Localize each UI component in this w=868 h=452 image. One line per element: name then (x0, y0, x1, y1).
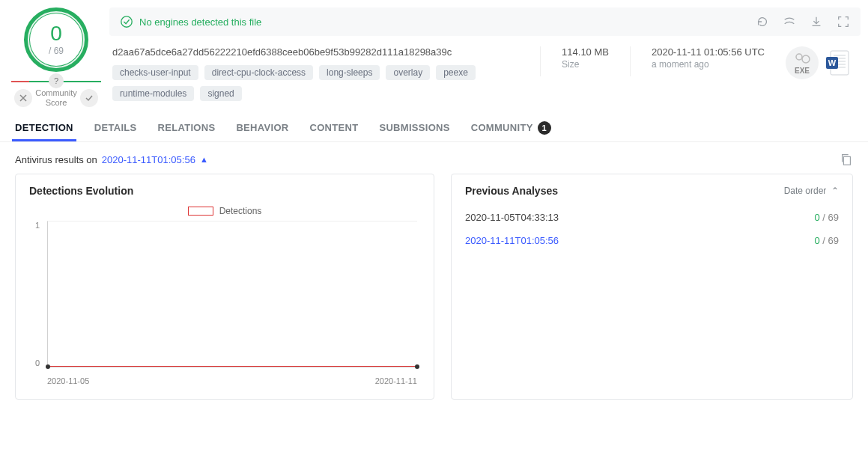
chevron-up-icon: ⌃ (831, 186, 839, 196)
community-score-label: Community Score (35, 88, 77, 108)
x-tick-right: 2020-11-11 (375, 376, 417, 385)
tab-count-badge: 1 (538, 121, 551, 135)
svg-point-0 (121, 16, 132, 27)
x-tick-left: 2020-11-05 (47, 376, 89, 385)
detection-gauge: 0 / 69 (24, 7, 88, 72)
check-circle-icon (120, 15, 133, 28)
help-icon[interactable]: ? (49, 73, 64, 88)
download-icon[interactable] (810, 15, 823, 28)
file-tag[interactable]: overlay (386, 65, 430, 80)
previous-analysis-row: 2020-11-11T01:05:560 / 69 (465, 229, 839, 252)
tag-list: checks-user-inputdirect-cpu-clock-access… (112, 65, 522, 101)
tab-relations[interactable]: RELATIONS (158, 122, 216, 141)
filetype-word-icon: W (823, 48, 852, 78)
data-point (415, 364, 419, 369)
tab-detection[interactable]: DETECTION (15, 122, 73, 141)
copy-icon[interactable] (840, 153, 853, 166)
detection-banner: No engines detected this file (109, 7, 861, 36)
chevron-up-icon[interactable]: ▲ (200, 155, 208, 164)
previous-analysis-score: 0 / 69 (814, 235, 839, 246)
scan-ago: a moment ago (652, 59, 765, 70)
previous-title: Previous Analyses (465, 185, 558, 197)
previous-analyses-panel: Previous Analyses Date order ⌃ 2020-11-0… (451, 174, 853, 400)
community-score-bar: ? (11, 81, 101, 82)
detection-count: 0 (50, 23, 62, 44)
evolution-title: Detections Evolution (29, 185, 420, 197)
file-size-value: 114.10 MB (562, 46, 609, 58)
vote-malicious-button[interactable] (80, 89, 98, 107)
svg-point-1 (796, 54, 802, 60)
tab-content[interactable]: CONTENT (309, 122, 358, 141)
previous-analysis-link[interactable]: 2020-11-05T04:33:13 (465, 212, 559, 223)
svg-point-2 (802, 55, 810, 63)
file-tag[interactable]: signed (200, 86, 241, 101)
tab-details[interactable]: DETAILS (94, 122, 137, 141)
file-tag[interactable]: long-sleeps (319, 65, 380, 80)
expand-icon[interactable] (837, 15, 850, 28)
sort-toggle[interactable]: Date order ⌃ (784, 186, 839, 196)
svg-rect-11 (843, 157, 850, 165)
file-tag[interactable]: runtime-modules (112, 86, 194, 101)
svg-text:W: W (828, 58, 837, 67)
previous-analysis-score: 0 / 69 (814, 212, 839, 223)
previous-analysis-row: 2020-11-05T04:33:130 / 69 (465, 206, 839, 229)
banner-message: No engines detected this file (139, 16, 261, 28)
tab-submissions[interactable]: SUBMISSIONS (379, 122, 449, 141)
y-tick-top: 1 (35, 221, 40, 230)
tab-behavior[interactable]: BEHAVIOR (236, 122, 288, 141)
evolution-chart: 1 0 2020-11-05 2020-11-11 (47, 221, 417, 385)
filetype-exe-badge: EXE (786, 46, 819, 79)
file-tag[interactable]: peexe (436, 65, 476, 80)
legend-label: Detections (219, 206, 262, 216)
scan-date: 2020-11-11 01:05:56 UTC (652, 46, 765, 58)
file-tag[interactable]: checks-user-input (112, 65, 198, 80)
data-point (46, 364, 50, 369)
legend-swatch (188, 207, 213, 216)
results-prefix: Antivirus results on (15, 154, 97, 165)
tab-community[interactable]: COMMUNITY1 (471, 121, 551, 142)
file-size-label: Size (562, 59, 609, 70)
tab-bar: DETECTIONDETAILSRELATIONSBEHAVIORCONTENT… (0, 108, 868, 142)
similar-icon[interactable] (783, 15, 796, 28)
results-timestamp[interactable]: 2020-11-11T01:05:56 (102, 154, 195, 165)
series-line (48, 366, 417, 367)
previous-analysis-link[interactable]: 2020-11-11T01:05:56 (465, 235, 559, 246)
file-tag[interactable]: direct-cpu-clock-access (204, 65, 313, 80)
detections-evolution-panel: Detections Evolution Detections 1 0 2020… (15, 174, 434, 400)
vote-harmless-button[interactable] (14, 89, 32, 107)
detection-total: / 69 (49, 46, 64, 56)
file-hash: d2aa67a5dce6a27dd56222210efd6388ceeb06be… (112, 46, 522, 58)
reanalyze-icon[interactable] (756, 15, 769, 28)
y-tick-bottom: 0 (35, 358, 40, 367)
